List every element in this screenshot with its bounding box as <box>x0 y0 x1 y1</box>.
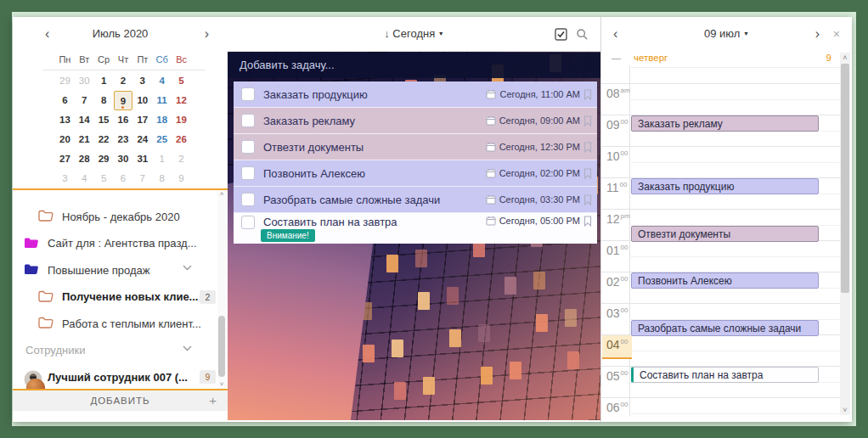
project-row[interactable]: Сотрудники <box>13 338 228 363</box>
calendar-day[interactable]: 28 <box>75 149 94 169</box>
calendar-day[interactable]: 3 <box>132 71 152 91</box>
hour-text: 12 <box>606 212 620 226</box>
calendar-day[interactable]: 2 <box>114 71 133 91</box>
calendar-day[interactable]: 10 <box>132 91 152 110</box>
calendar-day[interactable]: 24 <box>132 130 152 149</box>
bookmark-icon[interactable] <box>583 194 592 205</box>
calendar-day[interactable]: 6 <box>55 91 75 110</box>
bookmark-icon[interactable] <box>583 89 592 100</box>
project-row[interactable]: Получение новых клие...2 <box>13 284 228 310</box>
app-window: ‹ Июль 2020 › ПнВтСрЧтПтСбВс 29301234567… <box>13 17 851 422</box>
schedule-event[interactable]: Составить план на завтра <box>631 367 819 383</box>
calendar-day[interactable]: 11 <box>152 91 172 110</box>
calendar-day[interactable]: 30 <box>75 71 94 91</box>
task-row[interactable]: Разобрать самые сложные задачиСегодня, 0… <box>234 187 597 213</box>
schedule-event[interactable]: Позвонить Алексею <box>631 272 819 289</box>
add-task-input[interactable]: Добавить задачу... <box>228 53 600 78</box>
calendar-day[interactable]: 1 <box>152 149 172 169</box>
day-schedule-grid[interactable]: 08am09001000110012pm01000200030004000500… <box>601 65 852 416</box>
calendar-day[interactable]: 2 <box>172 149 191 169</box>
calendar-next-icon[interactable]: › <box>205 17 209 51</box>
task-row[interactable]: Заказать продукциюСегодня, 11:00 AM <box>234 81 597 108</box>
right-scrollbar[interactable]: ˄ ˅ <box>840 53 850 415</box>
schedule-event[interactable]: Заказать рекламу <box>631 115 819 132</box>
task-row[interactable]: Отвезти документыСегодня, 12:30 PM <box>234 134 597 160</box>
task-row[interactable]: Составить план на завтраСегодня, 05:00 P… <box>234 213 597 244</box>
bookmark-icon[interactable] <box>583 168 592 179</box>
task-checkbox[interactable] <box>241 140 255 154</box>
calendar-day[interactable]: 4 <box>75 169 94 188</box>
task-checkbox[interactable] <box>241 166 255 180</box>
scrollbar-thumb[interactable] <box>218 316 225 377</box>
calendar-day[interactable]: 18 <box>152 110 172 130</box>
calendar-day[interactable]: 9 <box>172 169 191 188</box>
calendar-day[interactable]: 14 <box>75 110 94 130</box>
scroll-down-icon[interactable]: ˅ <box>840 405 850 415</box>
project-row[interactable]: Ноябрь - декабрь 2020 <box>13 204 228 229</box>
bookmark-icon[interactable] <box>583 142 592 153</box>
calendar-day[interactable]: 8 <box>94 91 114 110</box>
calendar-day[interactable]: 16 <box>114 110 133 130</box>
task-checkbox[interactable] <box>241 216 255 229</box>
calendar-day[interactable]: 3 <box>55 169 75 188</box>
chevron-down-icon[interactable] <box>183 265 192 271</box>
scroll-up-icon[interactable]: ˄ <box>217 190 226 199</box>
chevron-down-icon[interactable] <box>183 345 192 351</box>
bookmark-icon[interactable] <box>583 115 592 126</box>
project-row[interactable]: Сайт для : Агентства празд... <box>13 231 228 256</box>
calendar-day[interactable]: 27 <box>55 149 75 169</box>
task-row[interactable]: Заказать рекламуСегодня, 09:00 AM <box>234 108 597 134</box>
scroll-down-icon[interactable]: ˅ <box>217 380 226 389</box>
calendar-day[interactable]: 20 <box>55 130 75 149</box>
calendar-day[interactable]: 1 <box>94 71 114 91</box>
calendar-day[interactable]: 8 <box>152 169 172 188</box>
hour-suffix: 00 <box>620 181 628 188</box>
calendar-day[interactable]: 15 <box>94 110 114 130</box>
day-next-icon[interactable]: › <box>815 17 820 51</box>
task-checkbox[interactable] <box>241 193 255 206</box>
checked-checkbox-icon[interactable] <box>555 28 567 41</box>
calendar-day[interactable]: 12 <box>172 91 191 110</box>
close-icon[interactable]: × <box>833 17 840 51</box>
task-checkbox[interactable] <box>241 87 255 101</box>
schedule-event[interactable]: Разобрать самые сложные задачи <box>631 320 819 336</box>
collapse-icon[interactable]: — <box>612 51 621 65</box>
right-panel: ‹ 09 июл ▼ › × — четверг 9 08am090010001… <box>600 17 852 422</box>
calendar-day[interactable]: 19 <box>172 110 191 130</box>
schedule-event[interactable]: Заказать продукцию <box>631 178 819 194</box>
scroll-up-icon[interactable]: ˄ <box>840 53 850 63</box>
calendar-day[interactable]: 7 <box>75 91 94 110</box>
add-project-button[interactable]: ДОБАВИТЬ + <box>13 390 228 411</box>
calendar-day[interactable]: 7 <box>132 169 152 188</box>
project-row[interactable]: Лучший сотрудник 007 (...9 <box>13 364 228 389</box>
project-row[interactable]: Повышение продаж <box>13 257 228 283</box>
calendar-day[interactable]: 26 <box>172 130 191 149</box>
calendar-day[interactable]: 21 <box>75 130 94 149</box>
hour-line <box>601 303 840 304</box>
task-checkbox[interactable] <box>241 114 255 127</box>
left-scrollbar[interactable]: ˄ ˅ <box>217 190 226 389</box>
calendar-day[interactable]: 23 <box>114 130 133 149</box>
project-row[interactable]: Работа с теплыми клиент... <box>13 311 228 336</box>
calendar-day[interactable]: 22 <box>94 130 114 149</box>
schedule-event[interactable]: Отвезти документы <box>631 226 819 242</box>
task-row[interactable]: Позвонить АлексеюСегодня, 02:00 PM <box>234 160 597 187</box>
bookmark-icon[interactable] <box>583 216 592 227</box>
calendar-day[interactable]: 13 <box>55 110 75 130</box>
calendar-day[interactable]: 29 <box>94 149 114 169</box>
calendar-day[interactable]: 29 <box>55 71 75 91</box>
calendar-day-selected[interactable]: 9 <box>114 91 133 110</box>
calendar-day[interactable]: 31 <box>132 149 152 169</box>
calendar-icon <box>486 168 496 178</box>
calendar-day[interactable]: 25 <box>152 130 172 149</box>
calendar-day[interactable]: 6 <box>114 169 133 188</box>
calendar-day[interactable]: 5 <box>172 71 191 91</box>
calendar-day[interactable]: 5 <box>94 169 114 188</box>
search-icon[interactable] <box>576 28 589 41</box>
calendar-day[interactable]: 30 <box>114 149 133 169</box>
tasklist-title[interactable]: ↓ Сегодня ▼ <box>228 17 600 51</box>
weekday-label: Сб <box>152 54 172 68</box>
scrollbar-thumb[interactable] <box>841 64 849 293</box>
calendar-day[interactable]: 17 <box>132 110 152 130</box>
calendar-day[interactable]: 4 <box>152 71 172 91</box>
